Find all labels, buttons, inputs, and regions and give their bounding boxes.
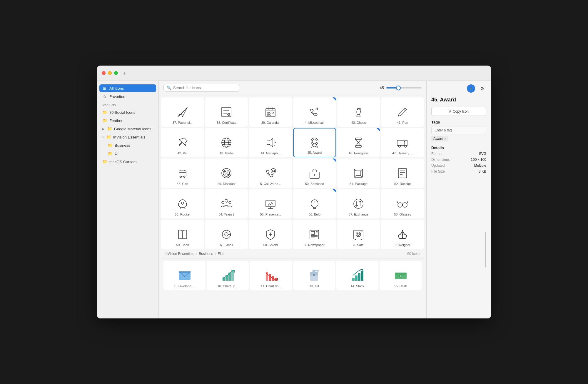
minimize-button[interactable] — [108, 71, 112, 75]
icon-cell-pin[interactable]: 42. Pin — [161, 128, 204, 157]
svg-rect-121 — [361, 271, 363, 281]
icon-cell-package[interactable]: 51. Package — [337, 158, 380, 188]
breadcrumb-arrow-1: › — [196, 252, 197, 256]
flat-cell-stock[interactable]: 14. Stock — [336, 261, 378, 290]
icon-cell-briefcase[interactable]: 50. Briefcase — [293, 158, 336, 188]
svg-text:24: 24 — [272, 170, 275, 173]
icon-cell-newspaper[interactable]: 7. Newspaper — [293, 220, 336, 249]
icon-label: 57. Exchange — [349, 213, 368, 216]
search-box[interactable]: 🔍 — [163, 84, 240, 92]
svg-point-38 — [183, 176, 185, 178]
flat-icon-grid: 1. Envelope ... — [161, 258, 424, 293]
scrollbar-thumb[interactable] — [485, 232, 486, 267]
award-icon — [308, 135, 322, 149]
tag-input[interactable] — [431, 126, 486, 134]
icon-cell-weigher[interactable]: 9. Weigher — [381, 220, 424, 249]
icon-label: 6. E-mail — [220, 243, 233, 247]
svg-rect-127 — [397, 274, 398, 276]
icon-cell-chess[interactable]: 40. Chess — [337, 97, 380, 127]
icon-cell-call24[interactable]: 24 5. Call 24 ho... — [249, 158, 292, 188]
fullscreen-button[interactable] — [114, 71, 118, 75]
icon-cell-book[interactable]: 59. Book — [161, 220, 204, 249]
panel-title: 45. Award — [431, 97, 486, 103]
icon-cell-presentation[interactable]: 55. Presenta... — [249, 189, 292, 218]
icon-cell-pen[interactable]: 41. Pen — [381, 97, 424, 127]
tag-remove-button[interactable]: × — [445, 137, 446, 141]
icon-cell-shield[interactable]: 60. Shield — [249, 220, 292, 249]
icon-cell-delivery[interactable]: 47. Delivery ... — [381, 128, 424, 157]
icon-cell-rocket[interactable]: 53. Rocket — [161, 189, 204, 218]
svg-rect-13 — [272, 112, 273, 113]
icon-cell-discount[interactable]: 49. Discount — [205, 158, 248, 188]
icon-cell-paper-plane[interactable]: 37. Paper pl... — [161, 97, 204, 127]
corner-flag — [333, 158, 336, 162]
copy-icon-button[interactable]: ⎘ Copy Icon — [431, 107, 486, 116]
sidebar-item-feather[interactable]: 📁 Feather — [99, 117, 156, 124]
svg-line-19 — [404, 109, 405, 111]
missed-call-icon — [308, 105, 322, 119]
icon-cell-missed-call[interactable]: 4. Missed call — [293, 97, 336, 127]
flat-cell-cash[interactable]: $ 15. Cash — [380, 261, 422, 290]
updated-key: Updated — [431, 163, 468, 168]
icon-cell-safe[interactable]: 8. Safe — [337, 220, 380, 249]
icon-cell-receipt[interactable]: 52. Receipt — [381, 158, 424, 188]
sidebar-item-macos[interactable]: 📁 macOS Cursors — [99, 158, 156, 166]
sidebar-item-favorites[interactable]: ☆ Favorites — [99, 93, 156, 100]
svg-point-27 — [312, 139, 317, 144]
flat-cell-chart-up[interactable]: 10. Chart up... — [207, 261, 249, 290]
icon-cell-globe[interactable]: 43. Globe — [205, 128, 248, 157]
breadcrumb-item-3[interactable]: Flat — [218, 252, 224, 256]
flat-cash-icon: $ — [394, 268, 408, 283]
flat-chart-down-icon — [264, 268, 278, 283]
size-slider[interactable] — [386, 87, 422, 89]
icon-cell-cart[interactable]: 48. Cart — [161, 158, 204, 188]
sidebar-item-all-icons[interactable]: ⊞ All Icons — [99, 84, 156, 92]
flat-cell-chart-down[interactable]: 11. Chart do... — [250, 261, 292, 290]
info-button[interactable]: i — [467, 84, 475, 93]
svg-rect-119 — [355, 276, 358, 281]
settings-button[interactable]: ⚙ — [478, 84, 486, 93]
titlebar: + — [97, 66, 491, 81]
sidebar-item-social[interactable]: 📁 70 Social Icons — [99, 108, 156, 116]
breadcrumb-item-2[interactable]: Business — [199, 252, 213, 256]
svg-line-53 — [361, 176, 363, 177]
sidebar-item-business[interactable]: 📁 Business — [99, 141, 156, 149]
scrollbar-track[interactable] — [485, 178, 486, 314]
icon-cell-glasses[interactable]: 58. Glasses — [381, 189, 424, 218]
details-grid: Format SVG Dimensions 100 x 100 Updated … — [431, 152, 486, 173]
icon-cell-email[interactable]: 6. E-mail — [205, 220, 248, 249]
add-button[interactable]: + — [123, 70, 126, 76]
folder-icon-google: 📁 — [107, 126, 112, 131]
search-icon: 🔍 — [167, 86, 171, 90]
sidebar-item-invision[interactable]: ▾ 📁 InVision Essentials — [99, 133, 156, 141]
breadcrumb-item-1[interactable]: InVision Essentials — [165, 252, 194, 256]
svg-line-23 — [274, 140, 275, 140]
flat-cell-oil[interactable]: 13. Oil — [293, 261, 335, 290]
email-icon — [219, 227, 233, 241]
svg-rect-54 — [356, 171, 361, 176]
search-input[interactable] — [173, 86, 237, 90]
svg-rect-33 — [179, 171, 186, 176]
flat-cell-envelope[interactable]: 1. Envelope ... — [163, 261, 206, 290]
sidebar-item-google[interactable]: ▶ 📁 Google Material Icons — [99, 125, 156, 133]
icon-cell-exchange[interactable]: 57. Exchange — [337, 189, 380, 218]
icon-cell-award[interactable]: 45. Award — [293, 128, 336, 157]
icon-cell-megaphone[interactable]: 44. Megaph... — [249, 128, 292, 157]
icon-cell-hourglass[interactable]: 46. Hourglass — [337, 128, 380, 157]
svg-rect-128 — [403, 274, 405, 276]
icon-cell-team2[interactable]: 54. Team 2 — [205, 189, 248, 218]
format-val: SVG — [471, 152, 486, 156]
folder-icon-feather: 📁 — [102, 118, 107, 123]
icon-label: 46. Hourglass — [349, 151, 369, 155]
sidebar-item-ui[interactable]: 📁 UI — [99, 150, 156, 157]
icon-label: 52. Receipt — [394, 182, 411, 186]
icon-cell-bulb[interactable]: 56. Bulb — [293, 189, 336, 218]
icon-cell-certificate[interactable]: 38. Certificate — [205, 97, 248, 127]
svg-line-51 — [361, 169, 363, 171]
icon-label: 44. Megaph... — [261, 151, 280, 155]
svg-rect-86 — [311, 231, 315, 234]
icon-cell-calendar[interactable]: 39. Calendar — [249, 97, 292, 127]
icon-grid-container[interactable]: 37. Paper pl... — [159, 95, 426, 318]
breadcrumb: InVision Essentials › Business › Flat — [165, 252, 224, 256]
close-button[interactable] — [102, 71, 106, 75]
